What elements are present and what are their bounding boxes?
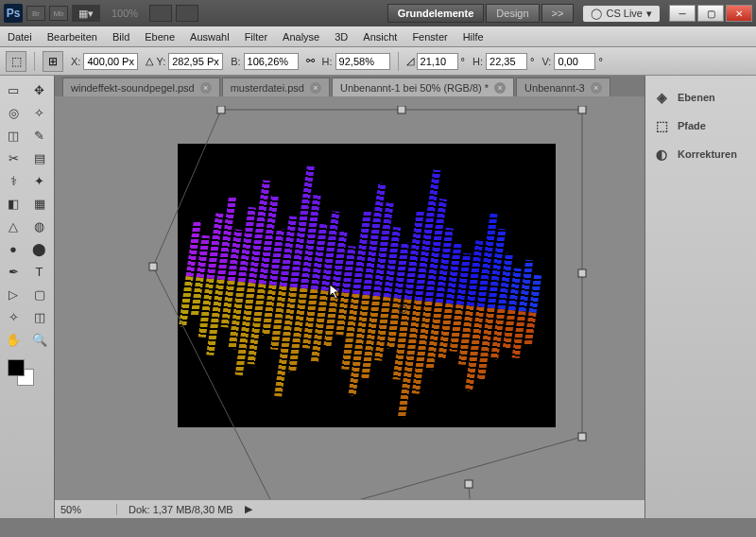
degree-3: ° xyxy=(598,56,602,67)
minimize-button[interactable]: ─ xyxy=(669,5,696,22)
app-logo: Ps xyxy=(4,4,23,23)
tool-11[interactable]: ▦ xyxy=(28,193,51,214)
tool-3[interactable]: ✧ xyxy=(28,102,51,123)
color-swatches[interactable] xyxy=(2,357,52,386)
minibridge-button[interactable]: Mb xyxy=(49,6,68,21)
fg-color[interactable] xyxy=(8,359,25,376)
tool-5[interactable]: ✎ xyxy=(28,125,51,146)
h-label: H: xyxy=(322,56,333,67)
tool-14[interactable]: ● xyxy=(2,238,25,259)
tool-21[interactable]: ◫ xyxy=(28,306,51,327)
panel-korrekturen[interactable]: ◐Korrekturen xyxy=(651,140,750,168)
arrange-button-2[interactable] xyxy=(176,5,198,22)
options-bar: ⬚ ⊞ X: △ Y: B: ⚯ H: ◿ ° H: ° V: ° xyxy=(0,47,756,76)
close-button[interactable]: ✕ xyxy=(726,5,752,22)
doc-tab-3[interactable]: Unbenannt-3× xyxy=(516,78,610,96)
tool-4[interactable]: ◫ xyxy=(2,125,25,146)
tab-close-icon[interactable]: × xyxy=(591,82,602,94)
transform-tool-icon[interactable]: ⬚ xyxy=(6,51,26,72)
tool-6[interactable]: ✂ xyxy=(2,147,25,168)
menu-3d[interactable]: 3D xyxy=(335,31,348,43)
tool-7[interactable]: ▤ xyxy=(28,147,51,168)
titlebar: Ps Br Mb ▦▾ 100% Grundelemente Design >>… xyxy=(0,0,756,26)
tool-20[interactable]: ✧ xyxy=(2,306,25,327)
tool-19[interactable]: ▢ xyxy=(28,284,51,304)
skew-v-input[interactable] xyxy=(554,53,595,70)
panel-ebenen[interactable]: ◈Ebenen xyxy=(651,83,750,112)
menu-analyse[interactable]: Analyse xyxy=(283,31,319,43)
tool-10[interactable]: ◧ xyxy=(2,193,25,214)
workspace-design[interactable]: Design xyxy=(486,4,539,23)
width-input[interactable] xyxy=(244,53,299,70)
tool-8[interactable]: ⚕ xyxy=(2,170,25,191)
tool-22[interactable]: ✋ xyxy=(2,329,25,350)
tab-label: Unbenannt-1 bei 50% (RGB/8) * xyxy=(340,82,489,94)
y-label: Y: xyxy=(156,56,165,67)
h2-label: H: xyxy=(472,56,483,67)
tool-12[interactable]: △ xyxy=(2,216,25,236)
doc-tab-2[interactable]: Unbenannt-1 bei 50% (RGB/8) *× xyxy=(332,78,514,96)
tool-2[interactable]: ◎ xyxy=(2,102,25,123)
panel-label: Ebenen xyxy=(678,92,715,103)
menu-bild[interactable]: Bild xyxy=(112,31,129,43)
x-label: X: xyxy=(71,56,80,67)
menu-bearbeiten[interactable]: Bearbeiten xyxy=(47,31,97,43)
tool-9[interactable]: ✦ xyxy=(28,170,51,191)
tab-label: musterdatei.psd xyxy=(231,82,304,94)
menubar: Datei Bearbeiten Bild Ebene Auswahl Filt… xyxy=(0,26,756,47)
delta-icon[interactable]: △ xyxy=(146,55,153,67)
y-input[interactable] xyxy=(168,53,223,70)
cslive-button[interactable]: ◯CS Live▾ xyxy=(583,6,660,22)
v-label: V: xyxy=(541,56,551,67)
status-arrow[interactable]: ▶ xyxy=(245,503,252,515)
height-input[interactable] xyxy=(335,53,390,70)
svg-rect-4 xyxy=(149,263,157,270)
zoom-level[interactable]: 100% xyxy=(104,8,146,19)
panel-icon: ◈ xyxy=(653,89,670,106)
canvas-viewport[interactable] xyxy=(55,96,644,499)
tool-1[interactable]: ✥ xyxy=(28,79,51,100)
tab-close-icon[interactable]: × xyxy=(310,82,321,94)
panel-icon: ⬚ xyxy=(653,117,670,134)
degree-1: ° xyxy=(461,56,465,67)
panel-label: Pfade xyxy=(678,120,706,131)
maximize-button[interactable]: ▢ xyxy=(697,5,724,22)
menu-ansicht[interactable]: Ansicht xyxy=(363,31,397,43)
status-zoom[interactable]: 50% xyxy=(60,504,117,515)
link-icon[interactable]: ⚯ xyxy=(306,55,315,67)
tool-15[interactable]: ⬤ xyxy=(28,238,51,259)
workspace-grundelemente[interactable]: Grundelemente xyxy=(387,4,485,23)
tab-close-icon[interactable]: × xyxy=(494,82,506,94)
menu-datei[interactable]: Datei xyxy=(8,31,32,43)
tab-close-icon[interactable]: × xyxy=(200,82,212,94)
svg-rect-6 xyxy=(578,433,586,441)
skew-h-input[interactable] xyxy=(486,53,527,70)
doc-tab-0[interactable]: windeffekt-soundpegel.psd× xyxy=(62,78,220,96)
doc-tab-1[interactable]: musterdatei.psd× xyxy=(222,78,330,96)
panel-pfade[interactable]: ⬚Pfade xyxy=(651,112,750,140)
arrange-button-1[interactable] xyxy=(149,5,172,22)
tool-18[interactable]: ▷ xyxy=(2,284,25,304)
menu-auswahl[interactable]: Auswahl xyxy=(190,31,230,43)
workspace-more[interactable]: >> xyxy=(541,4,575,23)
menu-ebene[interactable]: Ebene xyxy=(145,31,175,43)
status-dok: Dok: 1,37 MB/8,30 MB xyxy=(129,504,233,515)
tool-17[interactable]: T xyxy=(28,261,51,282)
bridge-button[interactable]: Br xyxy=(26,6,45,21)
angle-input[interactable] xyxy=(417,53,458,70)
svg-rect-1 xyxy=(217,106,225,113)
tool-0[interactable]: ▭ xyxy=(2,79,25,100)
tool-13[interactable]: ◍ xyxy=(28,216,51,236)
canvas[interactable] xyxy=(178,144,556,427)
x-input[interactable] xyxy=(83,53,138,70)
menu-filter[interactable]: Filter xyxy=(245,31,267,43)
menu-hilfe[interactable]: Hilfe xyxy=(463,31,484,43)
tool-16[interactable]: ✒ xyxy=(2,261,25,282)
tool-23[interactable]: 🔍 xyxy=(28,329,51,350)
panel-dock: ◈Ebenen⬚Pfade◐Korrekturen xyxy=(644,76,756,518)
angle-icon: ◿ xyxy=(406,55,414,67)
reference-point-icon[interactable]: ⊞ xyxy=(43,51,63,72)
panel-label: Korrekturen xyxy=(678,148,737,160)
view-dropdown[interactable]: ▦▾ xyxy=(72,5,100,22)
menu-fenster[interactable]: Fenster xyxy=(412,31,447,43)
